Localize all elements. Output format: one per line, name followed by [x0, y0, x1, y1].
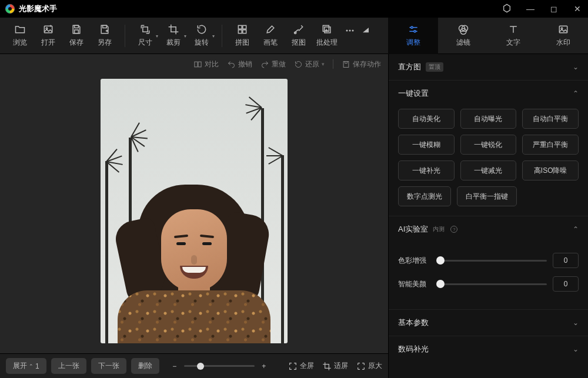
prev-image-button[interactable]: 上一张: [51, 358, 86, 374]
svg-point-17: [349, 29, 351, 31]
save-action-button[interactable]: 保存动作: [342, 59, 381, 69]
quick-btn-7[interactable]: 一键减光: [460, 160, 517, 180]
right-panel: 直方图 置顶 ⌄ 一键设置 ⌃ 自动美化自动曝光自动白平衡一键模糊一键锐化严重白…: [388, 54, 588, 378]
slider-thumb[interactable]: [436, 280, 445, 288]
fullscreen-button[interactable]: 全屏: [288, 361, 314, 371]
quick-btn-6[interactable]: 一键补光: [398, 160, 455, 180]
title-bar: 光影魔术手 — ◻ ✕: [0, 0, 588, 18]
quick-btn-8[interactable]: 高ISO降噪: [522, 160, 579, 180]
slider-value[interactable]: 0: [553, 276, 579, 292]
redo-button[interactable]: 重做: [260, 59, 286, 69]
pin-badge: 置顶: [426, 62, 443, 72]
canvas-area: 对比 撤销 重做 还原 ▾ 保存动作: [0, 54, 388, 378]
slider-thumb[interactable]: [436, 256, 445, 265]
compare-button[interactable]: 对比: [193, 59, 219, 69]
svg-rect-5: [75, 25, 79, 28]
svg-rect-7: [103, 25, 107, 28]
cutout-button[interactable]: 抠图: [285, 20, 313, 52]
slider-track[interactable]: [440, 283, 547, 285]
chevron-down-icon: ⌄: [573, 345, 579, 353]
browse-button[interactable]: 浏览: [6, 20, 34, 52]
canvas-stage[interactable]: [0, 74, 388, 353]
svg-point-16: [346, 29, 348, 31]
photo-preview: [101, 79, 288, 343]
svg-rect-6: [75, 30, 79, 34]
section-ai-lab[interactable]: AI实验室 内测 ? ⌃: [389, 216, 588, 242]
svg-marker-2: [504, 4, 510, 12]
slider-value[interactable]: 0: [553, 253, 579, 268]
minimize-button[interactable]: —: [524, 4, 536, 14]
delete-image-button[interactable]: 删除: [131, 358, 159, 374]
canvas-toolbar: 对比 撤销 重做 还原 ▾ 保存动作: [0, 54, 388, 74]
maximize-button[interactable]: ◻: [548, 4, 560, 14]
expand-toolbar-button[interactable]: [359, 20, 373, 52]
svg-rect-9: [238, 25, 242, 29]
svg-rect-26: [559, 26, 567, 33]
ai-lab-content: 色彩增强0智能美颜0: [389, 242, 588, 309]
ai-slider-1: 智能美颜0: [398, 276, 579, 292]
brush-button[interactable]: 画笔: [256, 20, 285, 52]
svg-rect-11: [238, 30, 242, 34]
tab-text[interactable]: 文字: [488, 18, 538, 54]
svg-rect-29: [198, 62, 201, 67]
quick-btn-5[interactable]: 严重白平衡: [522, 135, 579, 155]
slider-track[interactable]: [440, 260, 547, 262]
svg-rect-14: [325, 27, 330, 33]
svg-point-22: [413, 31, 415, 32]
restore-button[interactable]: 还原 ▾: [294, 59, 325, 69]
settings-icon[interactable]: [501, 4, 513, 15]
svg-point-18: [352, 29, 354, 31]
quick-btn-4[interactable]: 一键锐化: [460, 135, 517, 155]
more-button[interactable]: [341, 20, 359, 52]
svg-point-1: [8, 7, 12, 11]
section-one-click[interactable]: 一键设置 ⌃: [389, 81, 588, 106]
bottom-bar: 展开 ⌃ 1 上一张 下一张 删除 − + 全屏 适屏: [0, 353, 388, 378]
next-image-button[interactable]: 下一张: [91, 358, 126, 374]
save-as-button[interactable]: 另存: [91, 20, 119, 52]
svg-rect-12: [243, 30, 246, 34]
svg-rect-8: [143, 27, 148, 32]
tab-watermark[interactable]: 水印: [538, 18, 588, 54]
undo-button[interactable]: 撤销: [227, 59, 252, 69]
slider-label: 智能美颜: [398, 279, 435, 289]
section-basic-params[interactable]: 基本参数 ⌄: [389, 310, 588, 336]
one-click-content: 自动美化自动曝光自动白平衡一键模糊一键锐化严重白平衡一键补光一键减光高ISO降噪…: [389, 106, 588, 216]
size-button[interactable]: 尺寸▾: [131, 20, 159, 52]
rotate-button[interactable]: 旋转▾: [188, 20, 216, 52]
quick-btn-2[interactable]: 自动白平衡: [522, 109, 579, 129]
section-fill-light[interactable]: 数码补光 ⌄: [389, 336, 588, 362]
quick-btn-1[interactable]: 自动曝光: [460, 109, 517, 129]
app-logo: [5, 4, 15, 14]
svg-point-20: [410, 26, 412, 28]
tab-adjust[interactable]: 调整: [388, 18, 438, 54]
batch-button[interactable]: 批处理: [313, 20, 341, 52]
zoom-in-button[interactable]: +: [259, 362, 269, 370]
beta-badge: 内测: [433, 225, 445, 233]
panel-tabs: 调整 滤镜 文字 水印: [388, 18, 588, 54]
app-title: 光影魔术手: [19, 4, 501, 14]
original-size-button[interactable]: 原大: [356, 361, 382, 371]
fit-screen-button[interactable]: 适屏: [322, 361, 348, 371]
section-histogram[interactable]: 直方图 置顶 ⌄: [389, 54, 588, 80]
close-button[interactable]: ✕: [572, 4, 583, 14]
svg-rect-3: [44, 26, 52, 33]
collage-button[interactable]: 拼图: [228, 20, 256, 52]
quick-btn-extra-1[interactable]: 白平衡一指键: [457, 186, 517, 206]
tab-filter[interactable]: 滤镜: [438, 18, 488, 54]
quick-btn-0[interactable]: 自动美化: [398, 109, 455, 129]
open-button[interactable]: 打开: [34, 20, 62, 52]
zoom-out-button[interactable]: −: [170, 362, 179, 370]
zoom-slider[interactable]: − +: [170, 362, 269, 370]
window-controls: — ◻ ✕: [501, 4, 583, 15]
svg-rect-10: [243, 25, 246, 29]
chevron-down-icon: ⌄: [573, 63, 579, 71]
save-button[interactable]: 保存: [62, 20, 91, 52]
info-icon[interactable]: ?: [450, 226, 457, 233]
expand-thumbs-button[interactable]: 展开 ⌃ 1: [6, 358, 46, 374]
crop-button[interactable]: 裁剪▾: [159, 20, 188, 52]
ai-slider-0: 色彩增强0: [398, 253, 579, 268]
quick-btn-extra-0[interactable]: 数字点测光: [398, 186, 451, 206]
quick-btn-3[interactable]: 一键模糊: [398, 135, 455, 155]
main-toolbar: 浏览 打开 保存 另存 尺寸▾ 裁剪▾ 旋转▾: [0, 18, 588, 54]
slider-label: 色彩增强: [398, 256, 435, 266]
